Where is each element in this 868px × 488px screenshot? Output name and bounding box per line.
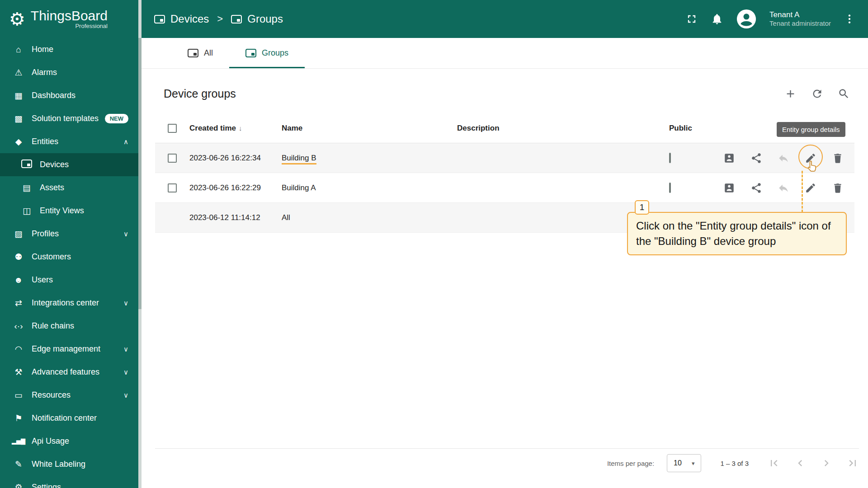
sidebar-item-notification-center[interactable]: ⚑ Notification center: [0, 407, 138, 430]
sidebar-item-dashboards[interactable]: ▦ Dashboards: [0, 84, 138, 107]
sidebar-item-white-labeling[interactable]: ✎ White Labeling: [0, 453, 138, 476]
notifications-button[interactable]: [711, 13, 723, 25]
api-usage-icon: ▂▅▇: [12, 438, 25, 445]
sidebar-item-alarms[interactable]: ⚠ Alarms: [0, 61, 138, 84]
public-checkbox[interactable]: [669, 153, 671, 163]
sidebar-item-entities[interactable]: ◆ Entities ∧: [0, 130, 138, 153]
tab-groups[interactable]: Groups: [229, 38, 305, 68]
group-users-button[interactable]: [723, 182, 735, 194]
share-button[interactable]: [750, 152, 762, 164]
select-caret-icon: ▾: [692, 460, 695, 467]
table-row-building-a[interactable]: 2023-06-26 16:22:29 Building A: [155, 173, 854, 203]
refresh-icon: [811, 88, 823, 100]
main-content: All Groups Device groups Created time↓: [142, 38, 868, 488]
bell-icon: [711, 13, 723, 25]
select-all-checkbox[interactable]: [168, 124, 177, 133]
undo-button: [778, 182, 789, 194]
search-button[interactable]: [838, 88, 850, 100]
sidebar-item-advanced-features[interactable]: ⚒ Advanced features ∨: [0, 361, 138, 384]
tab-label: All: [204, 48, 213, 58]
share-icon: [750, 152, 762, 164]
fullscreen-button[interactable]: [685, 13, 698, 25]
tab-all[interactable]: All: [171, 38, 229, 68]
previous-page-button: [794, 457, 807, 469]
sidebar-item-customers[interactable]: ⚉ Customers: [0, 245, 138, 268]
sidebar-item-assets[interactable]: ▤ Assets: [0, 176, 138, 199]
contact-card-icon: [723, 182, 735, 194]
users-icon: ☻: [12, 275, 25, 285]
assets-icon: ▤: [20, 183, 33, 193]
sidebar-item-rule-chains[interactable]: ‹·› Rule chains: [0, 314, 138, 338]
sidebar-item-api-usage[interactable]: ▂▅▇ Api Usage: [0, 430, 138, 453]
sidebar-item-users[interactable]: ☻ Users: [0, 268, 138, 291]
chevron-down-icon: ∨: [123, 230, 128, 238]
breadcrumb-groups[interactable]: Groups: [231, 13, 283, 25]
more-menu-button[interactable]: [844, 13, 855, 25]
items-per-page-select[interactable]: 10 ▾: [667, 454, 701, 472]
sidebar-item-label: Home: [32, 45, 53, 54]
group-users-button[interactable]: [723, 152, 735, 164]
delete-button[interactable]: [832, 182, 844, 194]
sidebar-item-solution-templates[interactable]: ▩ Solution templates NEW: [0, 107, 138, 130]
row-checkbox[interactable]: [168, 183, 177, 192]
alarm-icon: ⚠: [12, 67, 25, 78]
trash-icon: [832, 152, 844, 164]
delete-button[interactable]: [832, 152, 844, 164]
table-header-row: Created time↓ Name Description Public: [155, 114, 854, 143]
last-page-button: [846, 457, 859, 469]
user-info: Tenant A Tenant administrator: [769, 10, 831, 28]
sidebar-item-resources[interactable]: ▭ Resources ∨: [0, 384, 138, 407]
chevron-down-icon: ∨: [123, 299, 128, 307]
add-entity-group-button[interactable]: [784, 88, 797, 100]
breadcrumb-label: Groups: [247, 13, 283, 25]
column-created-time[interactable]: Created time↓: [189, 124, 282, 133]
top-bar: Devices > Groups Tenant A Tenant adminis…: [142, 0, 868, 38]
table-row-building-b[interactable]: 2023-06-26 16:22:34 Building B: [155, 143, 854, 173]
edge-management-icon: ◠: [12, 344, 25, 354]
sidebar-item-devices[interactable]: Devices: [0, 153, 138, 176]
share-button[interactable]: [750, 182, 762, 194]
first-page-icon: [768, 457, 780, 469]
sidebar: ⚙ ThingsBoard Professional ⌂ Home ⚠ Alar…: [0, 0, 142, 488]
notification-center-icon: ⚑: [12, 413, 25, 423]
dashboards-icon: ▦: [12, 90, 25, 101]
next-page-button: [820, 457, 833, 469]
entity-group-details-button[interactable]: [805, 182, 816, 194]
avatar-icon: [736, 9, 757, 29]
app-logo[interactable]: ⚙ ThingsBoard Professional: [0, 0, 142, 38]
sidebar-item-profiles[interactable]: ▨ Profiles ∨: [0, 222, 138, 245]
search-icon: [838, 88, 850, 100]
resources-icon: ▭: [12, 390, 25, 400]
sidebar-item-settings[interactable]: ⚙ Settings: [0, 476, 138, 488]
sidebar-nav: ⌂ Home ⚠ Alarms ▦ Dashboards ▩ Solution …: [0, 38, 138, 488]
groups-icon: [231, 15, 242, 23]
sidebar-item-label: Alarms: [32, 68, 57, 77]
sidebar-item-label: Advanced features: [32, 367, 99, 377]
sidebar-scrollbar-thumb[interactable]: [138, 38, 142, 309]
refresh-button[interactable]: [811, 88, 823, 100]
sidebar-item-label: Notification center: [32, 413, 97, 423]
sidebar-item-entity-views[interactable]: ◫ Entity Views: [0, 199, 138, 222]
row-checkbox[interactable]: [168, 154, 177, 163]
sidebar-item-label: Integrations center: [32, 298, 99, 308]
sidebar-item-label: Assets: [40, 183, 64, 192]
column-name[interactable]: Name: [282, 124, 457, 133]
sidebar-item-label: Users: [32, 275, 53, 285]
public-checkbox[interactable]: [669, 183, 671, 193]
profiles-icon: ▨: [12, 229, 25, 239]
group-name-cell: All: [282, 213, 457, 222]
user-name: Tenant A: [769, 10, 831, 19]
user-avatar[interactable]: [736, 9, 757, 29]
sidebar-item-integrations-center[interactable]: ⇄ Integrations center ∨: [0, 291, 138, 314]
page-range-label: 1 – 3 of 3: [720, 460, 749, 467]
sidebar-item-edge-management[interactable]: ◠ Edge management ∨: [0, 338, 138, 361]
thingsboard-logo-icon: ⚙: [9, 10, 25, 28]
column-description[interactable]: Description: [457, 124, 651, 133]
sidebar-item-home[interactable]: ⌂ Home: [0, 38, 138, 61]
devices-icon: [188, 49, 198, 57]
last-page-icon: [846, 457, 859, 469]
column-public[interactable]: Public: [651, 124, 719, 133]
annotation-step-badge: 1: [635, 200, 649, 215]
breadcrumb-devices[interactable]: Devices: [154, 13, 209, 25]
entities-icon: ◆: [12, 136, 25, 147]
